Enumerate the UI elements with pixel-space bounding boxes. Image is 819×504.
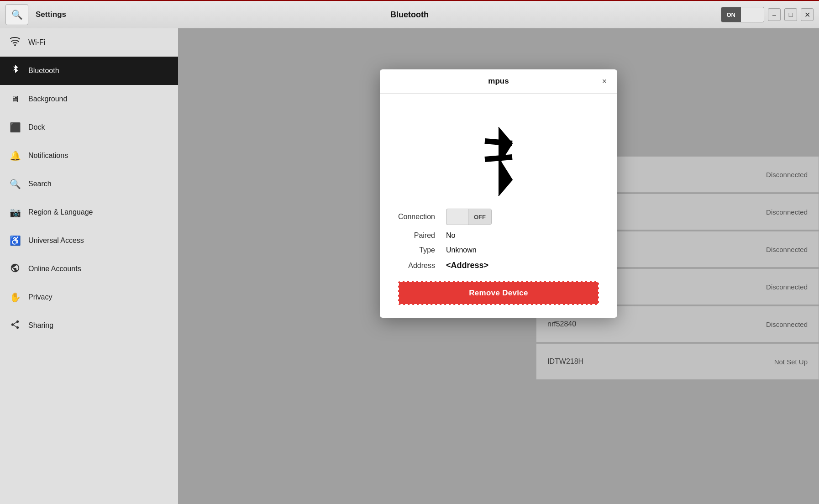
titlebar: 🔍 Settings Bluetooth ON – □ ✕	[0, 0, 819, 28]
svg-line-0	[485, 141, 512, 143]
modal-body: Connection OFF Paired No Type Unknown Ad…	[380, 94, 617, 318]
online-accounts-icon	[9, 263, 21, 275]
privacy-icon: ✋	[9, 292, 21, 303]
background-icon: 🖥	[9, 94, 21, 105]
search-nav-icon: 🔍	[9, 178, 21, 189]
toggle-empty-area	[446, 209, 468, 225]
sidebar-item-notifications[interactable]: 🔔 Notifications	[0, 142, 178, 170]
sidebar-item-bluetooth[interactable]: Bluetooth	[0, 57, 178, 85]
sidebar-item-label: Wi-Fi	[28, 38, 45, 47]
sidebar-item-search[interactable]: 🔍 Search	[0, 170, 178, 198]
svg-line-1	[485, 157, 512, 159]
bluetooth-icon	[9, 65, 21, 77]
bluetooth-device-icon	[398, 105, 599, 196]
bluetooth-symbol	[473, 105, 524, 196]
sidebar-item-online-accounts[interactable]: Online Accounts	[0, 255, 178, 283]
page-title: Bluetooth	[390, 10, 429, 20]
app-title: Settings	[36, 10, 66, 19]
toggle-on-label: ON	[721, 7, 741, 22]
sidebar: Wi-Fi Bluetooth 🖥 Background ⬛ Dock 🔔 No…	[0, 28, 178, 504]
wifi-icon	[9, 37, 21, 48]
sidebar-item-label: Background	[28, 95, 67, 103]
paired-value: No	[446, 231, 599, 240]
sidebar-item-label: Bluetooth	[28, 67, 59, 75]
sidebar-item-label: Online Accounts	[28, 265, 81, 273]
sidebar-item-privacy[interactable]: ✋ Privacy	[0, 283, 178, 311]
content-area: ble for Bluetooth file aced in the Downl…	[178, 28, 819, 504]
sidebar-item-region[interactable]: 📷 Region & Language	[0, 198, 178, 226]
dock-icon: ⬛	[9, 122, 21, 133]
search-icon: 🔍	[11, 9, 23, 20]
titlebar-controls: ON – □ ✕	[721, 7, 814, 22]
sidebar-item-universal-access[interactable]: ♿ Universal Access	[0, 226, 178, 255]
modal-overlay: mpus × C	[178, 28, 819, 504]
modal-close-button[interactable]: ×	[598, 75, 611, 88]
remove-device-button[interactable]: Remove Device	[398, 281, 599, 305]
notifications-icon: 🔔	[9, 150, 21, 161]
sidebar-item-label: Privacy	[28, 293, 52, 301]
sidebar-item-dock[interactable]: ⬛ Dock	[0, 113, 178, 142]
sidebar-item-label: Dock	[28, 123, 45, 131]
sidebar-item-label: Search	[28, 180, 52, 188]
device-fields: Connection OFF Paired No Type Unknown Ad…	[398, 209, 599, 270]
sidebar-item-label: Universal Access	[28, 236, 84, 245]
connection-toggle[interactable]: OFF	[446, 209, 492, 225]
type-value: Unknown	[446, 246, 599, 254]
address-label: Address	[398, 262, 435, 270]
main-layout: Wi-Fi Bluetooth 🖥 Background ⬛ Dock 🔔 No…	[0, 28, 819, 504]
maximize-button[interactable]: □	[784, 8, 797, 21]
sidebar-item-label: Notifications	[28, 152, 68, 160]
sidebar-item-label: Region & Language	[28, 208, 93, 216]
close-button[interactable]: ✕	[801, 8, 814, 21]
paired-label: Paired	[398, 231, 435, 240]
region-icon: 📷	[9, 207, 21, 218]
toggle-off-label: OFF	[468, 209, 491, 225]
sharing-icon	[9, 320, 21, 332]
minimize-button[interactable]: –	[768, 8, 781, 21]
device-detail-modal: mpus × C	[380, 69, 617, 318]
modal-header: mpus ×	[380, 69, 617, 94]
type-label: Type	[398, 246, 435, 254]
sidebar-item-wifi[interactable]: Wi-Fi	[0, 28, 178, 57]
toggle-off-area	[741, 7, 764, 22]
search-button[interactable]: 🔍	[5, 4, 28, 25]
universal-access-icon: ♿	[9, 235, 21, 246]
address-value: <Address>	[446, 261, 599, 270]
connection-label: Connection	[398, 213, 435, 221]
sidebar-item-background[interactable]: 🖥 Background	[0, 85, 178, 113]
modal-title: mpus	[488, 77, 509, 86]
sidebar-item-label: Sharing	[28, 321, 53, 330]
sidebar-item-sharing[interactable]: Sharing	[0, 311, 178, 340]
bluetooth-toggle[interactable]: ON	[721, 7, 765, 22]
